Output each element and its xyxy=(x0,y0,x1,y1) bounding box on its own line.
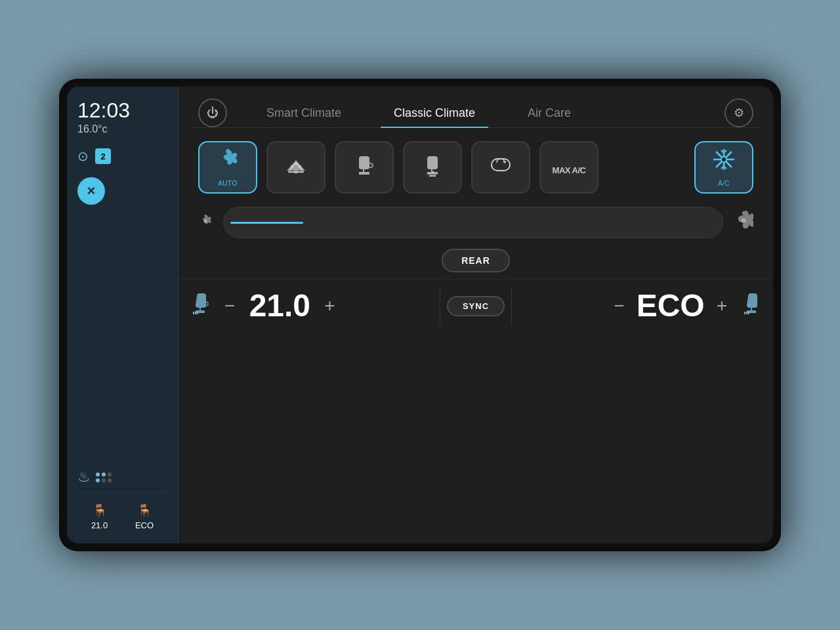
ac-button[interactable]: A/C xyxy=(694,141,753,194)
fan-large-icon xyxy=(734,211,753,235)
settings-button[interactable]: ⚙ xyxy=(724,98,753,127)
fan-icon xyxy=(216,148,240,176)
foot-vent-button[interactable] xyxy=(403,141,462,194)
infotainment-screen: 12:03 16.0°c ⊙ 2 × ♨ xyxy=(67,87,773,543)
ac-snowflake-icon xyxy=(712,148,736,176)
seat-vent-front-button[interactable] xyxy=(335,141,394,194)
seat-heat-icon: ♨ xyxy=(77,469,91,486)
seat-heat-right-icon: 🪑 xyxy=(137,503,152,518)
fan-small-icon xyxy=(198,214,213,232)
auto-label: AUTO xyxy=(218,180,238,187)
svg-point-3 xyxy=(294,170,298,174)
left-temp-section: − 21.0 + xyxy=(219,290,433,322)
foot-vent-icon xyxy=(421,154,444,182)
tab-smart-climate[interactable]: Smart Climate xyxy=(240,100,368,127)
heat-dot xyxy=(102,478,106,482)
tab-classic-climate[interactable]: Classic Climate xyxy=(368,100,501,127)
svg-point-2 xyxy=(299,165,301,168)
clock: 12:03 xyxy=(77,100,167,121)
max-ac-button[interactable]: MAX A/C xyxy=(539,141,598,194)
right-temperature-value: ECO xyxy=(637,290,705,322)
heat-level-dots xyxy=(96,472,112,482)
recirculation-icon xyxy=(489,154,513,182)
left-seat-heat-icon xyxy=(192,293,209,318)
heat-dot xyxy=(96,478,100,482)
fan-speed-slider[interactable] xyxy=(223,207,723,238)
heat-dot xyxy=(102,472,106,476)
svg-rect-4 xyxy=(492,159,510,171)
power-button[interactable]: ⏻ xyxy=(198,98,227,127)
svg-point-13 xyxy=(721,157,726,162)
outside-temperature: 16.0°c xyxy=(77,123,167,135)
heat-icon-area: ♨ xyxy=(77,469,167,486)
left-temperature-value: 21.0 xyxy=(247,290,312,322)
tab-air-care[interactable]: Air Care xyxy=(501,100,597,127)
right-temp-plus-button[interactable]: + xyxy=(711,295,732,316)
right-temp-value: ECO xyxy=(135,520,154,530)
notification-badge[interactable]: 2 xyxy=(95,148,111,164)
rear-sync-row: REAR xyxy=(178,249,773,272)
sidebar-bottom: 🪑 21.0 🪑 ECO xyxy=(77,492,167,530)
windshield-front-button[interactable] xyxy=(266,141,326,194)
climate-controls-row: AUTO xyxy=(178,128,773,207)
ac-label: A/C xyxy=(718,180,730,187)
wifi-icon: ⊙ xyxy=(77,148,89,164)
heat-dot xyxy=(96,472,100,476)
left-temp-minus-button[interactable]: − xyxy=(219,295,240,316)
seat-vent-front-icon xyxy=(352,154,376,182)
temperature-row: − 21.0 + SYNC − ECO + xyxy=(178,279,773,332)
right-seat-heat[interactable]: 🪑 ECO xyxy=(135,503,154,530)
right-seat-heat-icon xyxy=(743,293,760,318)
tab-bar: Smart Climate Classic Climate Air Care xyxy=(240,100,711,127)
right-temp-minus-button[interactable]: − xyxy=(608,295,629,316)
tabs-header: ⏻ Smart Climate Classic Climate Air Care… xyxy=(178,87,773,127)
sync-button[interactable]: SYNC xyxy=(447,296,505,316)
windshield-front-icon xyxy=(284,154,308,182)
right-temp-section: − ECO + xyxy=(518,290,732,322)
rear-button[interactable]: REAR xyxy=(442,249,510,272)
sync-button-center: SYNC xyxy=(447,296,505,316)
power-icon: ⏻ xyxy=(207,106,219,120)
temp-divider xyxy=(440,286,440,326)
heat-dot xyxy=(108,478,112,482)
temp-divider-2 xyxy=(511,286,512,326)
main-climate-panel: ⏻ Smart Climate Classic Climate Air Care… xyxy=(178,87,773,543)
recirculation-button[interactable] xyxy=(471,141,530,194)
sidebar: 12:03 16.0°c ⊙ 2 × ♨ xyxy=(67,87,178,543)
status-icons: ⊙ 2 xyxy=(77,148,167,164)
fan-speed-fill xyxy=(230,222,303,224)
settings-icon: ⚙ xyxy=(734,106,744,120)
heat-dot xyxy=(108,472,112,476)
auto-fan-button[interactable]: AUTO xyxy=(198,141,257,194)
close-button[interactable]: × xyxy=(77,177,105,205)
fan-speed-row xyxy=(178,207,773,238)
main-frame: 12:03 16.0°c ⊙ 2 × ♨ xyxy=(59,79,781,551)
left-seat-heat[interactable]: 🪑 21.0 xyxy=(91,503,108,530)
svg-point-1 xyxy=(295,163,297,165)
seat-heat-left-icon: 🪑 xyxy=(93,503,107,518)
left-temp-value: 21.0 xyxy=(91,520,108,530)
max-ac-label: MAX A/C xyxy=(553,165,586,175)
svg-point-0 xyxy=(291,165,293,168)
left-temp-plus-button[interactable]: + xyxy=(319,295,340,316)
